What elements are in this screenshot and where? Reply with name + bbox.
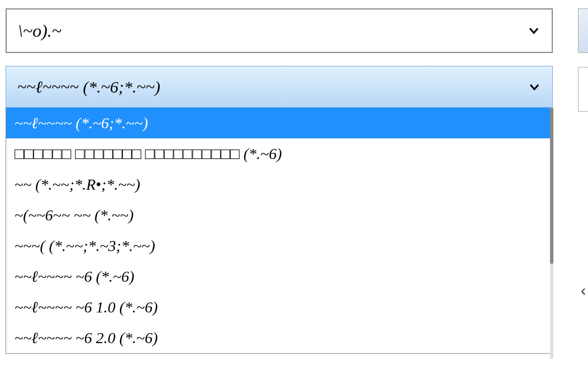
chevron-left-icon: ‹	[581, 282, 586, 300]
dropdown-item[interactable]: ~~~( (*.~~;*.~3;*.~~)	[6, 230, 552, 261]
dropdown-item-label: ~~ (*.~~;*.R•;*.~~)	[15, 176, 140, 194]
side-panel-2[interactable]	[578, 67, 588, 112]
dropdown-item-label: ~~ℓ~~~~ ~6 2.0 (*.~6)	[15, 329, 158, 347]
scrollbar-track[interactable]	[550, 108, 553, 359]
file-type-dropdown-collapsed[interactable]: \~o).~	[6, 8, 553, 53]
dropdown-item[interactable]: ~~ℓ~~~~ ~6 1.0 (*.~6)	[6, 292, 552, 322]
chevron-down-icon	[527, 24, 541, 37]
dropdown-item[interactable]: ~(~~6~~ ~~ (*.~~)	[6, 200, 552, 230]
chevron-down-icon	[528, 80, 541, 94]
scrollbar-thumb[interactable]	[550, 108, 553, 264]
dropdown-item[interactable]: □□□□□□ □□□□□□□ □□□□□□□□□□ (*.~6)	[6, 138, 552, 169]
collapsed-dropdown-label: \~o).~	[18, 21, 61, 41]
dropdown-item-label: ~~ℓ~~~~ (*.~6;*.~~)	[15, 114, 148, 132]
dropdown-item[interactable]: ~~ℓ~~~~ ~6 (*.~6)	[6, 261, 552, 292]
dropdown-item[interactable]: ~~ℓ~~~~ (*.~6;*.~~)	[6, 108, 552, 138]
dropdown-item-label: ~~ℓ~~~~ ~6 1.0 (*.~6)	[15, 298, 158, 316]
dropdown-item-label: ~~ℓ~~~~ ~6 (*.~6)	[15, 268, 135, 286]
dropdown-header-label: ~~ℓ~~~~ (*.~6;*.~~)	[17, 78, 160, 97]
file-type-dropdown-header[interactable]: ~~ℓ~~~~ (*.~6;*.~~)	[6, 66, 553, 108]
dropdown-item-label: ~~~( (*.~~;*.~3;*.~~)	[15, 237, 155, 255]
dropdown-item-label: □□□□□□ □□□□□□□ □□□□□□□□□□ (*.~6)	[15, 145, 282, 163]
dropdown-item[interactable]: ~~ℓ~~~~ ~6 2.0 (*.~6)	[6, 322, 552, 353]
file-type-dropdown-list: ~~ℓ~~~~ (*.~6;*.~~) □□□□□□ □□□□□□□ □□□□□…	[6, 108, 553, 354]
side-panel-1[interactable]	[578, 8, 588, 53]
dropdown-item[interactable]: ~~ (*.~~;*.R•;*.~~)	[6, 169, 552, 200]
dropdown-item-label: ~(~~6~~ ~~ (*.~~)	[15, 206, 133, 224]
